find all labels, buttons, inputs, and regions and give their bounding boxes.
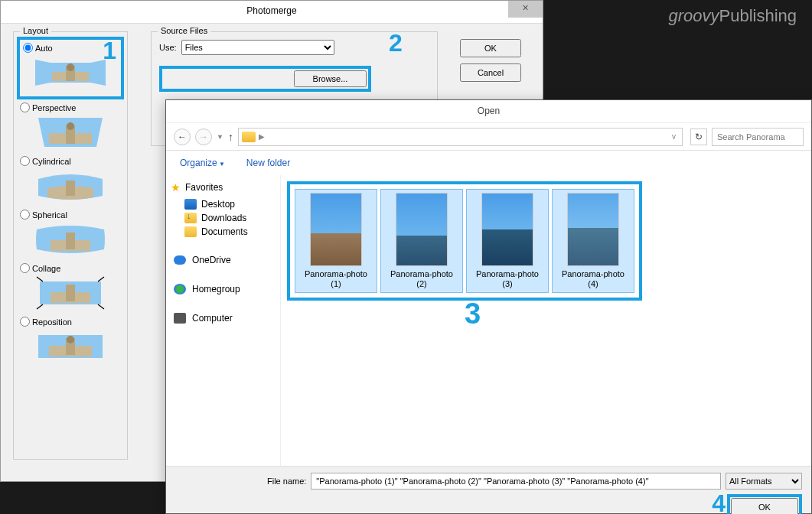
refresh-button[interactable]: ↻ [690,128,707,145]
watermark: groovyPublishing [668,6,797,26]
filename-label: File name: [267,477,306,486]
layout-cylindrical-radio[interactable] [20,156,30,166]
toolbar: Organize New folder [166,151,811,175]
open-title: Open [166,100,811,123]
up-button[interactable]: ↑ [228,131,233,143]
file-item[interactable]: Panorama-photo (1) [295,189,377,293]
close-button[interactable]: × [508,1,543,18]
layout-reposition[interactable]: Reposition [20,317,121,327]
organize-menu[interactable]: Organize [180,158,225,168]
layout-spherical-radio[interactable] [20,210,30,220]
filename-input[interactable] [311,473,721,490]
svg-point-9 [67,122,74,130]
sidebar-downloads[interactable]: Downloads [171,211,276,225]
sidebar-computer[interactable]: Computer [171,311,276,326]
sidebar-documents[interactable]: Documents [171,225,276,239]
desktop-icon [184,199,197,210]
layout-auto[interactable]: Auto [23,43,118,53]
new-folder-button[interactable]: New folder [246,158,290,168]
sidebar-favorites[interactable]: ★Favorites [171,181,276,194]
file-label: Panorama-photo (1) [298,269,373,289]
layout-cylindrical[interactable]: Cylindrical [20,156,121,166]
file-thumbnail [481,193,533,266]
svg-rect-12 [66,233,75,249]
computer-icon [174,313,186,324]
selected-files-highlight: Panorama-photo (1) Panorama-photo (2) Pa… [287,181,642,301]
photomerge-title: Photomerge [246,5,296,16]
file-item[interactable]: Panorama-photo (3) [466,189,549,293]
forward-button[interactable]: → [195,128,212,145]
sidebar-homegroup[interactable]: Homegroup [171,281,276,297]
nav-bar: ← → ▼ ↑ ▶ v ↻ [166,123,811,151]
file-item[interactable]: Panorama-photo (2) [380,189,463,293]
photomerge-title-bar: Photomerge × [1,1,543,24]
homegroup-icon [174,284,186,294]
format-select[interactable]: All Formats [726,473,802,490]
layout-auto-thumb [35,55,106,90]
layout-spherical[interactable]: Spherical [20,210,121,220]
layout-collage-radio[interactable] [20,263,30,273]
chevron-down-icon[interactable]: v [672,132,676,141]
ok-button[interactable]: OK [460,39,521,57]
file-item[interactable]: Panorama-photo (4) [552,189,634,293]
svg-rect-15 [66,285,75,301]
use-select[interactable]: Files [181,40,334,55]
file-thumbnail [310,193,362,266]
star-icon: ★ [171,181,181,194]
layout-reposition-thumb [35,329,106,364]
layout-collage-thumb [35,275,106,311]
file-area: Panorama-photo (1) Panorama-photo (2) Pa… [281,175,811,466]
layout-group-label: Layout [20,26,51,35]
layout-perspective-radio[interactable] [20,102,30,112]
layout-group: Layout 1 Auto Perspective Cylindrical Sp… [13,31,128,460]
documents-icon [184,226,197,237]
browse-button[interactable]: Browse... [294,70,367,87]
svg-marker-1 [90,60,106,86]
address-bar[interactable]: ▶ v [238,128,683,146]
cloud-icon [174,255,186,265]
svg-marker-0 [35,60,51,86]
back-button[interactable]: ← [174,128,191,145]
downloads-icon [184,213,197,223]
sidebar: ★Favorites Desktop Downloads Documents O… [166,175,281,466]
bottom-bar: File name: All Formats 4 OK [166,466,811,513]
layout-auto-radio[interactable] [23,43,33,53]
layout-perspective[interactable]: Perspective [20,102,121,112]
svg-point-5 [67,63,74,71]
svg-point-19 [67,336,74,343]
file-label: Panorama-photo (4) [556,269,631,289]
layout-reposition-radio[interactable] [20,317,30,327]
file-thumbnail [567,193,619,266]
sidebar-desktop[interactable]: Desktop [171,197,276,211]
layout-cylindrical-thumb [35,168,106,203]
file-label: Panorama-photo (3) [470,269,545,289]
file-thumbnail [396,193,448,266]
file-label: Panorama-photo (2) [384,269,459,289]
open-ok-button[interactable]: OK [731,498,798,514]
sidebar-onedrive[interactable]: OneDrive [171,252,276,268]
svg-rect-10 [66,181,75,196]
annotation-3: 3 [465,298,481,330]
cancel-button[interactable]: Cancel [460,63,521,82]
layout-spherical-thumb [35,222,106,257]
source-files-label: Source Files [158,26,210,35]
layout-perspective-thumb [35,115,106,150]
open-dialog: Open ← → ▼ ↑ ▶ v ↻ Organize New folder ★… [165,99,812,514]
use-label: Use: [159,43,177,52]
folder-icon [242,132,256,142]
layout-collage[interactable]: Collage [20,263,121,273]
search-input[interactable] [712,128,804,146]
annotation-4: 4 [712,490,726,514]
